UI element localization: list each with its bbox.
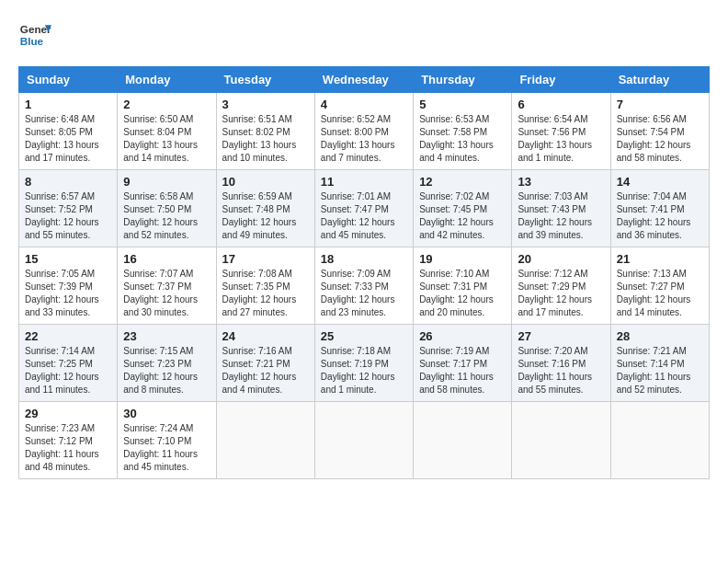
day-number: 10 <box>222 175 309 189</box>
calendar-cell: 28Sunrise: 7:21 AM Sunset: 7:14 PM Dayli… <box>610 325 709 402</box>
day-info: Sunrise: 7:12 AM Sunset: 7:29 PM Dayligh… <box>518 268 604 319</box>
day-number: 14 <box>617 175 703 189</box>
day-number: 5 <box>419 98 506 111</box>
calendar-cell: 19Sunrise: 7:10 AM Sunset: 7:31 PM Dayli… <box>414 247 512 325</box>
day-info: Sunrise: 7:09 AM Sunset: 7:33 PM Dayligh… <box>321 268 407 319</box>
day-number: 30 <box>123 407 210 420</box>
day-number: 16 <box>123 252 210 266</box>
day-info: Sunrise: 7:24 AM Sunset: 7:10 PM Dayligh… <box>123 422 210 474</box>
calendar-cell: 22Sunrise: 7:14 AM Sunset: 7:25 PM Dayli… <box>19 325 118 402</box>
day-number: 8 <box>25 175 111 189</box>
weekday-header-wednesday: Wednesday <box>314 67 413 93</box>
calendar-cell: 20Sunrise: 7:12 AM Sunset: 7:29 PM Dayli… <box>512 247 610 325</box>
day-info: Sunrise: 7:02 AM Sunset: 7:45 PM Dayligh… <box>419 190 506 242</box>
calendar-cell: 12Sunrise: 7:02 AM Sunset: 7:45 PM Dayli… <box>414 170 512 247</box>
day-info: Sunrise: 7:13 AM Sunset: 7:27 PM Dayligh… <box>617 268 703 319</box>
calendar: SundayMondayTuesdayWednesdayThursdayFrid… <box>18 66 710 479</box>
day-number: 18 <box>321 252 407 266</box>
weekday-header-friday: Friday <box>512 67 610 93</box>
calendar-cell <box>610 402 709 479</box>
day-number: 13 <box>518 175 604 189</box>
calendar-cell: 30Sunrise: 7:24 AM Sunset: 7:10 PM Dayli… <box>118 402 216 479</box>
day-info: Sunrise: 7:19 AM Sunset: 7:17 PM Dayligh… <box>419 345 506 396</box>
calendar-cell: 21Sunrise: 7:13 AM Sunset: 7:27 PM Dayli… <box>610 247 709 325</box>
day-number: 29 <box>25 407 111 420</box>
day-number: 24 <box>222 329 309 343</box>
calendar-cell: 24Sunrise: 7:16 AM Sunset: 7:21 PM Dayli… <box>216 325 314 402</box>
weekday-header-monday: Monday <box>118 67 216 93</box>
logo-icon: General Blue <box>18 18 51 52</box>
day-number: 26 <box>419 329 506 343</box>
calendar-cell: 29Sunrise: 7:23 AM Sunset: 7:12 PM Dayli… <box>19 402 118 479</box>
day-info: Sunrise: 7:14 AM Sunset: 7:25 PM Dayligh… <box>25 345 111 396</box>
day-info: Sunrise: 7:16 AM Sunset: 7:21 PM Dayligh… <box>222 345 309 396</box>
day-info: Sunrise: 7:01 AM Sunset: 7:47 PM Dayligh… <box>321 190 407 242</box>
day-info: Sunrise: 6:48 AM Sunset: 8:05 PM Dayligh… <box>25 113 111 165</box>
day-number: 4 <box>321 98 407 111</box>
day-number: 3 <box>222 98 309 111</box>
calendar-cell <box>414 402 512 479</box>
day-number: 9 <box>123 175 210 189</box>
day-info: Sunrise: 7:15 AM Sunset: 7:23 PM Dayligh… <box>123 345 210 396</box>
day-info: Sunrise: 6:53 AM Sunset: 7:58 PM Dayligh… <box>419 113 506 165</box>
day-number: 20 <box>518 252 604 266</box>
day-info: Sunrise: 7:07 AM Sunset: 7:37 PM Dayligh… <box>123 268 210 319</box>
calendar-cell: 3Sunrise: 6:51 AM Sunset: 8:02 PM Daylig… <box>216 93 314 170</box>
day-number: 1 <box>25 98 111 111</box>
day-info: Sunrise: 7:23 AM Sunset: 7:12 PM Dayligh… <box>25 422 111 474</box>
svg-text:General: General <box>20 23 51 35</box>
day-info: Sunrise: 6:52 AM Sunset: 8:00 PM Dayligh… <box>321 113 407 165</box>
day-info: Sunrise: 7:08 AM Sunset: 7:35 PM Dayligh… <box>222 268 309 319</box>
day-number: 22 <box>25 329 111 343</box>
week-row-2: 8Sunrise: 6:57 AM Sunset: 7:52 PM Daylig… <box>19 170 710 247</box>
calendar-cell: 18Sunrise: 7:09 AM Sunset: 7:33 PM Dayli… <box>314 247 413 325</box>
calendar-cell: 15Sunrise: 7:05 AM Sunset: 7:39 PM Dayli… <box>19 247 118 325</box>
day-info: Sunrise: 7:10 AM Sunset: 7:31 PM Dayligh… <box>419 268 506 319</box>
calendar-cell: 11Sunrise: 7:01 AM Sunset: 7:47 PM Dayli… <box>314 170 413 247</box>
day-info: Sunrise: 6:57 AM Sunset: 7:52 PM Dayligh… <box>25 190 111 242</box>
weekday-header-thursday: Thursday <box>414 67 512 93</box>
day-number: 21 <box>617 252 703 266</box>
calendar-cell: 9Sunrise: 6:58 AM Sunset: 7:50 PM Daylig… <box>118 170 216 247</box>
weekday-header-saturday: Saturday <box>610 67 709 93</box>
calendar-cell: 14Sunrise: 7:04 AM Sunset: 7:41 PM Dayli… <box>610 170 709 247</box>
week-row-3: 15Sunrise: 7:05 AM Sunset: 7:39 PM Dayli… <box>19 247 710 325</box>
calendar-cell: 4Sunrise: 6:52 AM Sunset: 8:00 PM Daylig… <box>314 93 413 170</box>
calendar-cell: 2Sunrise: 6:50 AM Sunset: 8:04 PM Daylig… <box>118 93 216 170</box>
weekday-header-row: SundayMondayTuesdayWednesdayThursdayFrid… <box>19 67 710 93</box>
day-info: Sunrise: 7:03 AM Sunset: 7:43 PM Dayligh… <box>518 190 604 242</box>
day-info: Sunrise: 6:58 AM Sunset: 7:50 PM Dayligh… <box>123 190 210 242</box>
week-row-5: 29Sunrise: 7:23 AM Sunset: 7:12 PM Dayli… <box>19 402 710 479</box>
calendar-cell: 23Sunrise: 7:15 AM Sunset: 7:23 PM Dayli… <box>118 325 216 402</box>
day-number: 15 <box>25 252 111 266</box>
day-info: Sunrise: 6:56 AM Sunset: 7:54 PM Dayligh… <box>617 113 703 165</box>
day-info: Sunrise: 6:54 AM Sunset: 7:56 PM Dayligh… <box>518 113 604 165</box>
calendar-cell: 17Sunrise: 7:08 AM Sunset: 7:35 PM Dayli… <box>216 247 314 325</box>
calendar-cell <box>216 402 314 479</box>
day-info: Sunrise: 6:59 AM Sunset: 7:48 PM Dayligh… <box>222 190 309 242</box>
week-row-1: 1Sunrise: 6:48 AM Sunset: 8:05 PM Daylig… <box>19 93 710 170</box>
day-number: 23 <box>123 329 210 343</box>
calendar-cell: 13Sunrise: 7:03 AM Sunset: 7:43 PM Dayli… <box>512 170 610 247</box>
calendar-cell: 25Sunrise: 7:18 AM Sunset: 7:19 PM Dayli… <box>314 325 413 402</box>
calendar-cell: 26Sunrise: 7:19 AM Sunset: 7:17 PM Dayli… <box>414 325 512 402</box>
day-number: 2 <box>123 98 210 111</box>
calendar-cell <box>512 402 610 479</box>
calendar-cell: 5Sunrise: 6:53 AM Sunset: 7:58 PM Daylig… <box>414 93 512 170</box>
day-number: 19 <box>419 252 506 266</box>
calendar-cell: 10Sunrise: 6:59 AM Sunset: 7:48 PM Dayli… <box>216 170 314 247</box>
svg-text:Blue: Blue <box>20 35 44 47</box>
week-row-4: 22Sunrise: 7:14 AM Sunset: 7:25 PM Dayli… <box>19 325 710 402</box>
day-number: 7 <box>617 98 703 111</box>
weekday-header-sunday: Sunday <box>19 67 118 93</box>
calendar-cell: 6Sunrise: 6:54 AM Sunset: 7:56 PM Daylig… <box>512 93 610 170</box>
day-number: 11 <box>321 175 407 189</box>
day-info: Sunrise: 7:18 AM Sunset: 7:19 PM Dayligh… <box>321 345 407 396</box>
calendar-cell: 27Sunrise: 7:20 AM Sunset: 7:16 PM Dayli… <box>512 325 610 402</box>
day-info: Sunrise: 7:04 AM Sunset: 7:41 PM Dayligh… <box>617 190 703 242</box>
day-number: 12 <box>419 175 506 189</box>
calendar-cell <box>314 402 413 479</box>
calendar-cell: 16Sunrise: 7:07 AM Sunset: 7:37 PM Dayli… <box>118 247 216 325</box>
calendar-cell: 1Sunrise: 6:48 AM Sunset: 8:05 PM Daylig… <box>19 93 118 170</box>
day-info: Sunrise: 7:05 AM Sunset: 7:39 PM Dayligh… <box>25 268 111 319</box>
